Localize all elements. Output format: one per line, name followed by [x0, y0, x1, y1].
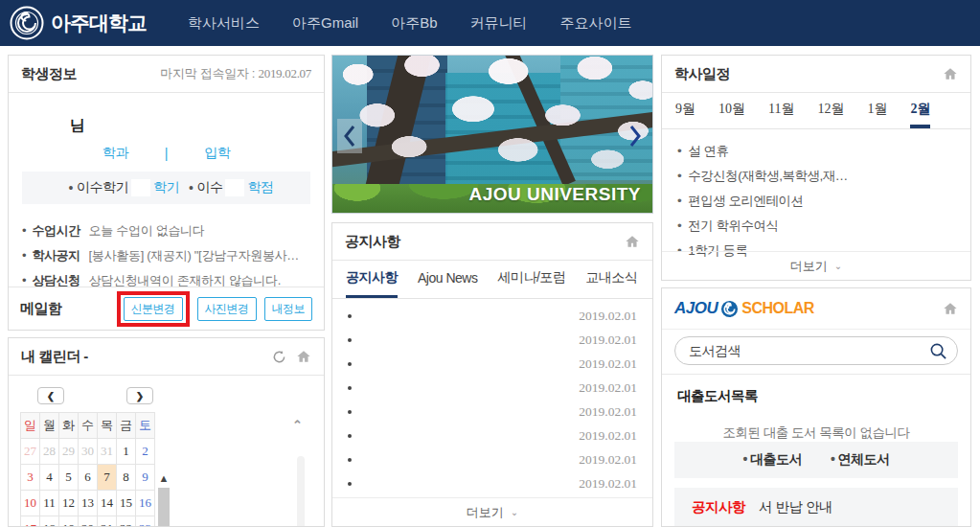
profile-button-사진변경[interactable]: 사진변경	[197, 297, 257, 321]
month-tab-10월[interactable]: 10월	[718, 93, 745, 128]
notice-item[interactable]: 2019.02.01	[348, 376, 637, 400]
home-icon[interactable]	[943, 66, 958, 81]
month-tab-11월[interactable]: 11월	[768, 93, 794, 128]
notice-list: 2019.02.012019.02.012019.02.012019.02.01…	[332, 299, 652, 495]
calendar-day[interactable]: 4	[40, 465, 59, 491]
calendar-day[interactable]: 20	[79, 516, 98, 527]
month-tab-9월[interactable]: 9월	[675, 93, 695, 128]
panel-scroll-up-icon[interactable]: ⌃	[292, 418, 303, 432]
university-logo[interactable]: 아주대학교	[10, 6, 147, 40]
scroll-up-arrow-icon[interactable]: ▲	[157, 471, 171, 485]
book-search-input[interactable]	[689, 337, 928, 364]
chevron-down-icon: ⌄	[834, 261, 842, 271]
calendar-day[interactable]: 29	[59, 439, 79, 465]
ajou-scholar-logo: AJOU	[674, 299, 718, 318]
notice-item[interactable]: 2019.02.01	[348, 424, 637, 447]
admission-link[interactable]: 입학	[204, 145, 230, 162]
bullet-icon	[348, 410, 352, 414]
calendar-day[interactable]: 30	[79, 439, 98, 465]
month-tab-12월[interactable]: 12월	[817, 93, 844, 128]
schedule-more-button[interactable]: 더보기⌄	[662, 251, 970, 280]
profile-button-신분변경[interactable]: 신분변경	[124, 297, 183, 321]
calendar-scroll-thumb[interactable]	[158, 488, 170, 527]
notices-panel: 공지사항 공지사항Ajou News세미나/포럼교내소식 2019.02.012…	[331, 222, 653, 527]
bullet-icon	[348, 362, 352, 366]
calendar-day[interactable]: 28	[40, 439, 59, 465]
calendar-scrollbar: ▲	[157, 471, 171, 527]
calendar-day[interactable]: 21	[98, 516, 117, 527]
schedule-item: 수강신청(재학생,복학생,재…	[677, 164, 955, 189]
carousel-next-arrow[interactable]	[623, 119, 648, 153]
calendar-day[interactable]: 11	[40, 491, 59, 516]
calendar-day[interactable]: 27	[21, 439, 40, 465]
calendar-day[interactable]: 16	[136, 491, 155, 516]
notices-more-button[interactable]: 더보기⌄	[332, 497, 652, 526]
notice-tab-공지사항[interactable]: 공지사항	[346, 261, 398, 298]
weekday-header: 금	[117, 413, 136, 439]
summary-value: 오늘 수업이 없습니다	[89, 218, 205, 243]
notice-item[interactable]: 2019.02.01	[348, 447, 637, 471]
calendar-day[interactable]: 18	[40, 516, 59, 527]
calendar-day[interactable]: 7	[98, 465, 117, 491]
calendar-day[interactable]: 23	[136, 516, 155, 527]
calendar-day[interactable]: 17	[21, 516, 40, 527]
calendar-day[interactable]: 13	[79, 491, 98, 516]
mailbox-label[interactable]: 메일함	[20, 300, 62, 318]
calendar-day[interactable]: 22	[117, 516, 136, 527]
notice-item[interactable]: 2019.02.01	[348, 400, 637, 424]
calendar-day[interactable]: 15	[117, 491, 136, 516]
calendar-day[interactable]: 2	[136, 439, 155, 465]
notice-item[interactable]: 2019.02.01	[348, 304, 637, 328]
calendar-day[interactable]: 5	[59, 465, 79, 491]
search-icon[interactable]	[929, 342, 947, 364]
notice-tab-세미나/포럼[interactable]: 세미나/포럼	[497, 261, 565, 298]
notice-item[interactable]: 2019.02.01	[348, 471, 637, 495]
calendar-day[interactable]: 19	[59, 516, 79, 527]
calendar-day[interactable]: 9	[136, 465, 155, 491]
bullet-icon	[348, 482, 352, 486]
weekday-header: 목	[98, 413, 117, 439]
refresh-icon[interactable]	[272, 350, 286, 364]
calendar-day[interactable]: 8	[117, 465, 136, 491]
calendar-next-button[interactable]: ❯	[126, 387, 153, 404]
calendar-day[interactable]: 6	[79, 465, 98, 491]
calendar-day[interactable]: 3	[21, 465, 40, 491]
loan-link-대출도서[interactable]: 대출도서	[743, 451, 802, 469]
nav-item[interactable]: 학사서비스	[188, 14, 260, 33]
calendar-day[interactable]: 10	[21, 491, 40, 516]
notice-date: 2019.02.01	[579, 356, 637, 372]
month-tab-2월[interactable]: 2월	[910, 93, 930, 128]
calendar-prev-button[interactable]: ❮	[37, 387, 64, 404]
nav-item[interactable]: 커뮤니티	[470, 14, 528, 33]
library-notice-text[interactable]: 서 반납 안내	[759, 498, 832, 516]
notice-tab-Ajou News[interactable]: Ajou News	[418, 261, 477, 298]
panel-scroll-track[interactable]	[297, 456, 305, 527]
calendar-day[interactable]: 1	[117, 439, 136, 465]
carousel-prev-arrow[interactable]	[337, 119, 362, 153]
profile-button-내정보[interactable]: 내정보	[264, 297, 313, 321]
notice-date: 2019.02.01	[579, 452, 637, 468]
notice-item[interactable]: 2019.02.01	[348, 352, 637, 376]
summary-label: 학사공지	[33, 243, 80, 268]
month-tab-1월[interactable]: 1월	[867, 93, 887, 128]
notice-tab-교내소식[interactable]: 교내소식	[585, 261, 637, 298]
loan-link-연체도서[interactable]: 연체도서	[831, 451, 889, 469]
weekday-header: 일	[21, 413, 40, 439]
nav-item[interactable]: 아주Gmail	[292, 14, 358, 33]
nav-item[interactable]: 아주Bb	[391, 14, 437, 33]
library-notice-tag[interactable]: 공지사항	[692, 498, 745, 516]
calendar-day[interactable]: 31	[98, 439, 117, 465]
last-access: 마지막 접속일자 : 2019.02.07	[160, 65, 311, 82]
library-notice: 공지사항 서 반납 안내	[674, 488, 958, 526]
notice-item[interactable]: 2019.02.01	[348, 328, 637, 352]
department-link[interactable]: 학과	[103, 145, 128, 162]
notice-date: 2019.02.01	[579, 332, 637, 348]
home-icon[interactable]	[296, 349, 311, 364]
nav-item[interactable]: 주요사이트	[560, 14, 632, 33]
calendar-day[interactable]: 14	[98, 491, 117, 516]
notice-date: 2019.02.01	[579, 404, 637, 420]
link-divider: |	[165, 146, 169, 161]
home-icon[interactable]	[943, 301, 958, 316]
home-icon[interactable]	[625, 234, 640, 249]
calendar-day[interactable]: 12	[59, 491, 79, 516]
